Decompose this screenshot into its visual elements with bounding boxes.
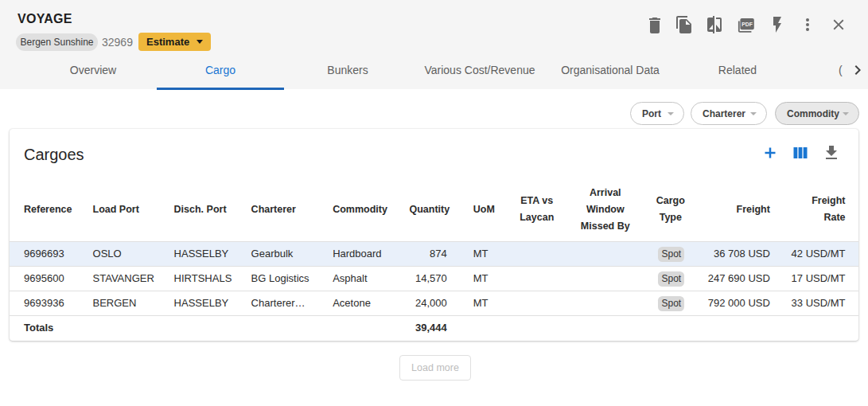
svg-text:PDF: PDF	[741, 21, 753, 27]
